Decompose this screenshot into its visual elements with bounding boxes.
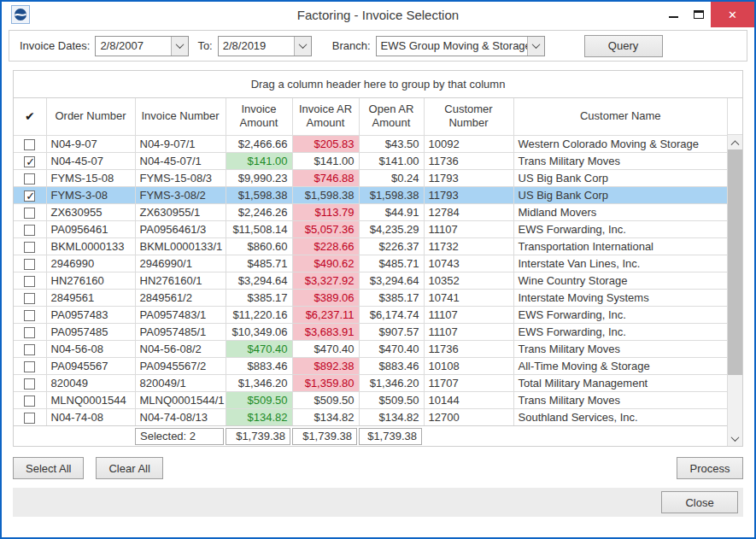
customer-name-cell: Trans Military Moves <box>513 391 727 408</box>
row-checkbox[interactable] <box>24 327 35 338</box>
process-button[interactable]: Process <box>677 457 743 479</box>
row-checkbox[interactable] <box>24 413 35 424</box>
table-row[interactable]: PA0957485 PA0957485/1 $10,349.06 $3,683.… <box>14 323 727 340</box>
invoice-number-cell: PA0957483/1 <box>135 306 226 323</box>
table-row[interactable]: N04-9-07 N04-9-07/1 $2,466.66 $205.83 $4… <box>14 135 727 152</box>
invoice-amount-cell: $485.71 <box>226 255 292 272</box>
column-header-check[interactable]: ✔ <box>14 98 46 135</box>
date-from-dropdown-button[interactable] <box>171 37 188 56</box>
table-row[interactable]: N04-45-07 N04-45-07/1 $141.00 $141.00 $1… <box>14 152 727 169</box>
table-row[interactable]: ZX630955 ZX630955/1 $2,246.26 $113.79 $4… <box>14 203 727 220</box>
open-ar-amount-cell: $1,598.38 <box>359 186 424 203</box>
date-to-dropdown-button[interactable] <box>294 37 311 56</box>
branch-dropdown-button[interactable] <box>527 37 544 56</box>
table-row[interactable]: MLNQ0001544 MLNQ0001544/1 $509.50 $509.5… <box>14 391 727 408</box>
row-checkbox[interactable] <box>24 259 35 270</box>
chevron-down-icon <box>176 40 185 49</box>
invoice-number-cell: MLNQ0001544/1 <box>135 391 226 408</box>
minimize-button[interactable] <box>661 2 686 27</box>
column-header-invoice-amount[interactable]: Invoice Amount <box>226 98 292 135</box>
select-all-button[interactable]: Select All <box>13 457 84 479</box>
row-checkbox[interactable] <box>24 276 35 287</box>
invoice-amount-cell: $509.50 <box>226 391 292 408</box>
scroll-track[interactable] <box>728 149 742 431</box>
grid-body: ✔ Order Number Invoice Number Invoice Am… <box>14 98 742 446</box>
invoice-ar-amount-cell: $6,237.11 <box>292 306 359 323</box>
scroll-down-button[interactable] <box>728 431 742 446</box>
order-number-cell: N04-45-07 <box>46 152 135 169</box>
row-checkbox[interactable] <box>24 139 35 150</box>
row-checkbox[interactable] <box>24 190 35 202</box>
table-row[interactable]: PA0957483 PA0957483/1 $11,220.16 $6,237.… <box>14 306 727 323</box>
open-ar-amount-cell: $907.57 <box>359 323 424 340</box>
open-ar-amount-cell: $44.91 <box>359 203 424 220</box>
column-header-invoice-ar-amount[interactable]: Invoice AR Amount <box>292 98 359 135</box>
table-row[interactable]: N04-74-08 N04-74-08/13 $134.82 $134.82 $… <box>14 408 727 425</box>
row-checkbox[interactable] <box>24 208 35 219</box>
date-to-picker[interactable]: 2/8/2019 <box>218 36 312 56</box>
row-checkbox[interactable] <box>24 395 35 407</box>
invoice-ar-amount-cell: $1,598.38 <box>292 186 359 203</box>
selected-count: Selected: 2 <box>135 428 224 445</box>
row-checkbox[interactable] <box>24 378 35 390</box>
table-row[interactable]: PA0956461 PA0956461/3 $11,508.14 $5,057.… <box>14 220 727 237</box>
row-checkbox[interactable] <box>24 310 35 321</box>
column-header-customer-name[interactable]: Customer Name <box>513 98 727 135</box>
table-row[interactable]: FYMS-15-08 FYMS-15-08/3 $9,990.23 $746.8… <box>14 169 727 186</box>
invoice-number-cell: N04-45-07/1 <box>135 152 226 169</box>
invoice-ar-amount-cell: $509.50 <box>292 391 359 408</box>
table-row[interactable]: 820049 820049/1 $1,346.20 $1,359.80 $1,3… <box>14 374 727 391</box>
order-number-cell: FYMS-3-08 <box>46 186 135 203</box>
order-number-cell: 820049 <box>46 374 135 391</box>
open-ar-amount-cell: $3,294.64 <box>359 272 424 289</box>
table-row[interactable]: FYMS-3-08 FYMS-3-08/2 $1,598.38 $1,598.3… <box>14 186 727 203</box>
clear-all-button[interactable]: Clear All <box>96 457 162 479</box>
table-row[interactable]: 2946990 2946990/1 $485.71 $490.62 $485.7… <box>14 255 727 272</box>
vertical-scrollbar[interactable] <box>728 135 742 446</box>
column-header-open-ar-amount[interactable]: Open AR Amount <box>359 98 424 135</box>
table-row[interactable]: PA0945567 PA0945567/2 $883.46 $892.38 $8… <box>14 357 727 374</box>
customer-name-cell: Interstate Van Lines, Inc. <box>513 255 727 272</box>
customer-name-cell: EWS Forwarding, Inc. <box>513 306 727 323</box>
row-checkbox[interactable] <box>24 293 35 304</box>
table-row[interactable]: BKML0000133 BKML0000133/1 $860.60 $228.6… <box>14 237 727 255</box>
row-checkbox[interactable] <box>24 173 35 185</box>
customer-name-cell: Wine Country Storage <box>513 272 727 289</box>
customer-number-cell: 11793 <box>424 169 513 186</box>
total-invoice-amount: $1,739.38 <box>226 428 290 445</box>
order-number-cell: 2946990 <box>46 255 135 272</box>
table-row[interactable]: 2849561 2849561/2 $385.17 $389.06 $385.1… <box>14 289 727 306</box>
invoice-ar-amount-cell: $205.83 <box>292 135 359 152</box>
minimize-icon <box>669 16 678 18</box>
order-number-cell: 2849561 <box>46 289 135 306</box>
table-row[interactable]: HN276160 HN276160/1 $3,294.64 $3,327.92 … <box>14 272 727 289</box>
invoice-number-cell: FYMS-15-08/3 <box>135 169 226 186</box>
maximize-button[interactable] <box>686 2 711 27</box>
invoice-ar-amount-cell: $746.88 <box>292 169 359 186</box>
date-from-picker[interactable]: 2/8/2007 <box>95 36 189 56</box>
scroll-thumb[interactable] <box>728 149 742 375</box>
query-button[interactable]: Query <box>584 35 663 57</box>
column-header-customer-number[interactable]: Customer Number <box>424 98 513 135</box>
customer-name-cell: Trans Military Moves <box>513 152 727 169</box>
row-checkbox[interactable] <box>24 344 35 355</box>
total-invoice-ar-amount: $1,739.38 <box>292 428 357 445</box>
customer-name-cell: All-Time Moving & Storage <box>513 357 727 374</box>
customer-number-cell: 10741 <box>424 289 513 306</box>
invoice-number-cell: N04-9-07/1 <box>135 135 226 152</box>
window-controls: ✕ <box>661 2 754 27</box>
row-checkbox[interactable] <box>24 156 35 167</box>
invoice-amount-cell: $134.82 <box>226 408 292 425</box>
close-action-button[interactable]: Close <box>661 491 738 513</box>
column-header-order-number[interactable]: Order Number <box>46 98 135 135</box>
row-checkbox[interactable] <box>24 361 35 372</box>
table-row[interactable]: N04-56-08 N04-56-08/2 $470.40 $470.40 $4… <box>14 340 727 357</box>
scroll-up-button[interactable] <box>728 135 742 149</box>
column-header-invoice-number[interactable]: Invoice Number <box>135 98 226 135</box>
row-checkbox[interactable] <box>24 242 35 253</box>
close-button[interactable]: ✕ <box>711 2 754 27</box>
customer-name-cell: US Big Bank Corp <box>513 186 727 203</box>
branch-select[interactable]: EWS Group Moving & Storage... <box>376 36 545 56</box>
row-checkbox[interactable] <box>24 225 35 236</box>
customer-number-cell: 11793 <box>424 186 513 203</box>
